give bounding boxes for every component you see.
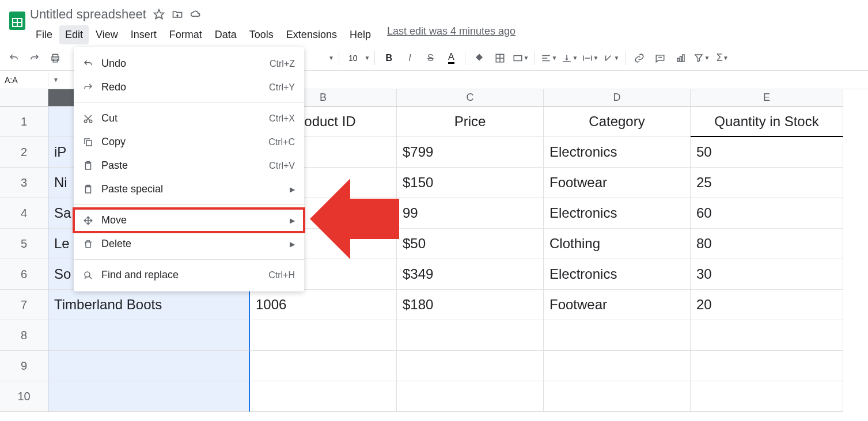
- cell-d9[interactable]: [544, 351, 691, 381]
- cell-e7[interactable]: 20: [691, 290, 843, 320]
- print-button[interactable]: [46, 49, 65, 67]
- menu-edit[interactable]: Edit: [59, 25, 89, 44]
- cell-c9[interactable]: [397, 351, 544, 381]
- menu-extensions[interactable]: Extensions: [281, 25, 343, 44]
- cell-c2[interactable]: $799: [397, 137, 544, 168]
- cell-e5[interactable]: 80: [691, 229, 843, 259]
- comment-button[interactable]: [651, 49, 669, 67]
- row-header-1[interactable]: 1: [0, 107, 48, 137]
- menu-data[interactable]: Data: [209, 25, 242, 44]
- col-header-e[interactable]: E: [691, 89, 843, 107]
- cell-c8[interactable]: [397, 320, 544, 351]
- row-header-2[interactable]: 2: [0, 137, 48, 168]
- cell-a9[interactable]: [48, 351, 250, 381]
- row-header-5[interactable]: 5: [0, 229, 48, 259]
- filter-button[interactable]: ▼: [692, 49, 711, 67]
- menu-paste[interactable]: Paste Ctrl+V: [74, 154, 304, 177]
- sheets-logo[interactable]: [5, 5, 30, 37]
- menu-copy[interactable]: Copy Ctrl+C: [74, 130, 304, 154]
- namebox-dropdown-icon[interactable]: ▼: [48, 77, 63, 83]
- link-button[interactable]: [630, 49, 649, 67]
- cell-e6[interactable]: 30: [691, 259, 843, 290]
- cell-a8[interactable]: [48, 320, 250, 351]
- doc-title[interactable]: Untitled spreadsheet: [30, 7, 146, 22]
- star-icon[interactable]: [153, 9, 165, 20]
- cell-e1[interactable]: Quantity in Stock: [691, 107, 843, 137]
- menu-tools[interactable]: Tools: [244, 25, 279, 44]
- italic-button[interactable]: I: [400, 49, 419, 67]
- cell-c1[interactable]: Price: [397, 107, 544, 137]
- functions-button[interactable]: Σ▼: [713, 49, 731, 67]
- last-edit-link[interactable]: Last edit was 4 minutes ago: [387, 25, 516, 44]
- merge-button[interactable]: ▼: [511, 49, 530, 67]
- name-box[interactable]: A:A: [0, 73, 48, 87]
- cell-d4[interactable]: Electronics: [544, 198, 691, 229]
- cell-c4[interactable]: 99: [397, 198, 544, 229]
- cell-c10[interactable]: [397, 381, 544, 412]
- cell-b10[interactable]: [250, 381, 397, 412]
- cell-c5[interactable]: $50: [397, 229, 544, 259]
- row-header-9[interactable]: 9: [0, 351, 48, 381]
- font-size-dropdown-icon[interactable]: ▼: [364, 55, 370, 61]
- cell-e8[interactable]: [691, 320, 843, 351]
- cell-c3[interactable]: $150: [397, 168, 544, 198]
- menu-paste-special[interactable]: Paste special ▶: [74, 177, 304, 201]
- cell-b7[interactable]: 1006: [250, 290, 397, 320]
- row-header-8[interactable]: 8: [0, 320, 48, 351]
- row-header-6[interactable]: 6: [0, 259, 48, 290]
- strikethrough-button[interactable]: S: [421, 49, 439, 67]
- cell-e10[interactable]: [691, 381, 843, 412]
- menu-format[interactable]: Format: [164, 25, 208, 44]
- halign-button[interactable]: ▼: [540, 49, 558, 67]
- cell-e2[interactable]: 50: [691, 137, 843, 168]
- row-header-4[interactable]: 4: [0, 198, 48, 229]
- select-all-corner[interactable]: [0, 89, 48, 107]
- cell-c7[interactable]: $180: [397, 290, 544, 320]
- borders-button[interactable]: [491, 49, 509, 67]
- cell-b9[interactable]: [250, 351, 397, 381]
- cell-d3[interactable]: Footwear: [544, 168, 691, 198]
- col-header-c[interactable]: C: [397, 89, 544, 107]
- row-header-3[interactable]: 3: [0, 168, 48, 198]
- font-size-value[interactable]: 10: [344, 54, 362, 63]
- menu-redo[interactable]: Redo Ctrl+Y: [74, 75, 304, 99]
- row-header-7[interactable]: 7: [0, 290, 48, 320]
- cell-d10[interactable]: [544, 381, 691, 412]
- chart-button[interactable]: [672, 49, 690, 67]
- cell-a7[interactable]: Timberland Boots: [48, 290, 250, 320]
- menu-view[interactable]: View: [90, 25, 124, 44]
- col-header-d[interactable]: D: [544, 89, 691, 107]
- cell-e9[interactable]: [691, 351, 843, 381]
- text-color-button[interactable]: A: [442, 49, 460, 67]
- cell-d1[interactable]: Category: [544, 107, 691, 137]
- cloud-status-icon[interactable]: [190, 9, 202, 20]
- menu-undo[interactable]: Undo Ctrl+Z: [74, 52, 304, 75]
- valign-button[interactable]: ▼: [560, 49, 579, 67]
- bold-button[interactable]: B: [380, 49, 398, 67]
- move-to-folder-icon[interactable]: [172, 9, 183, 20]
- cell-d7[interactable]: Footwear: [544, 290, 691, 320]
- undo-button[interactable]: [5, 49, 23, 67]
- redo-button[interactable]: [25, 49, 44, 67]
- menu-insert[interactable]: Insert: [125, 25, 162, 44]
- cell-e4[interactable]: 60: [691, 198, 843, 229]
- menu-help[interactable]: Help: [344, 25, 377, 44]
- menu-find-replace[interactable]: Find and replace Ctrl+H: [74, 263, 304, 287]
- cell-d5[interactable]: Clothing: [544, 229, 691, 259]
- cell-e3[interactable]: 25: [691, 168, 843, 198]
- cell-c6[interactable]: $349: [397, 259, 544, 290]
- fill-color-button[interactable]: [470, 49, 488, 67]
- menu-cut[interactable]: Cut Ctrl+X: [74, 107, 304, 130]
- menu-move[interactable]: Move ▶: [74, 208, 304, 232]
- menu-file[interactable]: File: [30, 25, 58, 44]
- font-dropdown-icon[interactable]: ▼: [328, 55, 334, 61]
- cell-d8[interactable]: [544, 320, 691, 351]
- cell-b8[interactable]: [250, 320, 397, 351]
- cell-d6[interactable]: Electronics: [544, 259, 691, 290]
- rotate-button[interactable]: ▼: [602, 49, 620, 67]
- cell-a10[interactable]: [48, 381, 250, 412]
- row-header-10[interactable]: 10: [0, 381, 48, 412]
- menu-delete[interactable]: Delete ▶: [74, 232, 304, 256]
- cell-d2[interactable]: Electronics: [544, 137, 691, 168]
- wrap-button[interactable]: ▼: [581, 49, 600, 67]
